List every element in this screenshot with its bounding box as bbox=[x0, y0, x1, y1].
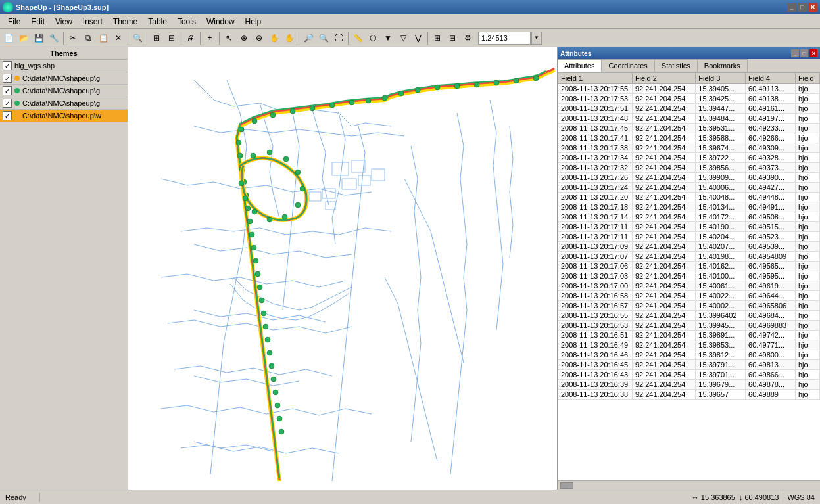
col-header-field2[interactable]: Field 2 bbox=[632, 73, 695, 84]
menu-tools[interactable]: Tools bbox=[172, 14, 201, 28]
theme-item-3[interactable]: ✓ C:\data\NMC\shapeup\g bbox=[0, 97, 128, 110]
menu-edit[interactable]: Edit bbox=[26, 14, 50, 28]
table-row[interactable]: 2008-11-13 20:17:0092.241.204.25415.4006… bbox=[558, 281, 820, 291]
col-header-field4[interactable]: Field 4 bbox=[746, 73, 796, 84]
theme-checkbox-1[interactable]: ✓ bbox=[3, 74, 12, 83]
menu-theme[interactable]: Theme bbox=[108, 14, 143, 28]
table-row[interactable]: 2008-11-13 20:16:5192.241.204.25415.3989… bbox=[558, 331, 820, 340]
table-row[interactable]: 2008-11-13 20:17:3292.241.204.25415.3985… bbox=[558, 163, 820, 173]
table-row[interactable]: 2008-11-13 20:16:4592.241.204.25415.3979… bbox=[558, 360, 820, 370]
open-button[interactable]: 📂 bbox=[16, 31, 31, 45]
menu-window[interactable]: Window bbox=[201, 14, 240, 28]
move-node-button[interactable]: ✋ bbox=[267, 31, 281, 45]
theme-item-blg[interactable]: ✓ blg_wgs.shp bbox=[0, 60, 128, 72]
print-button[interactable]: 🖨 bbox=[183, 31, 198, 45]
zoom-out-button[interactable]: 🔍 bbox=[316, 31, 331, 45]
table-row[interactable]: 2008-11-13 20:16:4692.241.204.25415.3981… bbox=[558, 350, 820, 360]
snap-button[interactable]: ⊞ bbox=[430, 31, 445, 45]
select-tool[interactable]: ↖ bbox=[222, 31, 236, 45]
find-button[interactable]: 🔍 bbox=[130, 31, 145, 45]
inner-maximize-button[interactable]: □ bbox=[800, 49, 808, 57]
pan-tool[interactable]: ✋ bbox=[282, 31, 297, 45]
table-row[interactable]: 2008-11-13 20:17:3492.241.204.25415.3972… bbox=[558, 153, 820, 163]
inner-close-button[interactable]: ✕ bbox=[809, 49, 817, 57]
table-row[interactable]: 2008-11-13 20:17:1492.241.204.25415.4017… bbox=[558, 212, 820, 222]
snap2-button[interactable]: ⊟ bbox=[445, 31, 460, 45]
theme-checkbox-blg[interactable]: ✓ bbox=[3, 61, 12, 70]
map-area[interactable]: + bbox=[128, 47, 557, 490]
remove-node-button[interactable]: ⊖ bbox=[252, 31, 266, 45]
tab-attributes[interactable]: Attributes bbox=[558, 59, 602, 72]
menu-table[interactable]: Table bbox=[143, 14, 172, 28]
col-header-field1[interactable]: Field 1 bbox=[558, 73, 633, 84]
table-row[interactable]: 2008-11-13 20:17:5592.241.204.25415.3940… bbox=[558, 84, 820, 94]
zoom-fit-button[interactable]: ⛶ bbox=[331, 31, 346, 45]
menu-file[interactable]: File bbox=[3, 14, 26, 28]
table-row[interactable]: 2008-11-13 20:17:3892.241.204.25415.3967… bbox=[558, 143, 820, 153]
theme-checkbox-4[interactable]: ✓ bbox=[3, 111, 12, 120]
theme-item-4[interactable]: ✓ C:\data\NMC\shapeup\w bbox=[0, 110, 128, 122]
table-row[interactable]: 2008-11-13 20:16:5792.241.204.25415.4000… bbox=[558, 301, 820, 311]
col-header-field3[interactable]: Field 3 bbox=[696, 73, 746, 84]
save-button[interactable]: 💾 bbox=[32, 31, 46, 45]
theme-checkbox-2[interactable]: ✓ bbox=[3, 86, 12, 95]
table-row[interactable]: 2008-11-13 20:17:4192.241.204.25415.3958… bbox=[558, 133, 820, 143]
table-row[interactable]: 2008-11-13 20:16:4992.241.204.25415.3985… bbox=[558, 340, 820, 350]
polygon-select-button[interactable]: ⬡ bbox=[366, 31, 380, 45]
zoom-in-box-button[interactable]: ⊞ bbox=[149, 31, 164, 45]
attr-table-wrap[interactable]: Field 1 Field 2 Field 3 Field 4 Field 20… bbox=[558, 72, 820, 480]
menu-insert[interactable]: Insert bbox=[78, 14, 108, 28]
settings-button[interactable]: ⚙ bbox=[460, 31, 475, 45]
table-row[interactable]: 2008-11-13 20:17:1192.241.204.25415.4019… bbox=[558, 222, 820, 232]
table-row[interactable]: 2008-11-13 20:16:3892.241.204.25415.3965… bbox=[558, 390, 820, 400]
copy-button[interactable]: ⧉ bbox=[81, 31, 95, 45]
delete-button[interactable]: ✕ bbox=[111, 31, 126, 45]
table-row[interactable]: 2008-11-13 20:16:5592.241.204.25415.3996… bbox=[558, 311, 820, 321]
filter-button[interactable]: ▼ bbox=[381, 31, 395, 45]
table-row[interactable]: 2008-11-13 20:17:2692.241.204.25415.3990… bbox=[558, 173, 820, 183]
menu-view[interactable]: View bbox=[50, 14, 78, 28]
scrollbar-thumb[interactable] bbox=[560, 482, 573, 489]
table-row[interactable]: 2008-11-13 20:17:1192.241.204.25415.4020… bbox=[558, 232, 820, 242]
maximize-button[interactable]: □ bbox=[798, 3, 807, 12]
table-row[interactable]: 2008-11-13 20:16:5392.241.204.25415.3994… bbox=[558, 321, 820, 331]
new-button[interactable]: 📄 bbox=[1, 31, 16, 45]
add-node-button[interactable]: ⊕ bbox=[237, 31, 251, 45]
cut-button[interactable]: ✂ bbox=[66, 31, 80, 45]
zoom-in-button[interactable]: 🔎 bbox=[301, 31, 316, 45]
table-row[interactable]: 2008-11-13 20:17:1892.241.204.25415.4013… bbox=[558, 202, 820, 212]
menu-help[interactable]: Help bbox=[240, 14, 267, 28]
tab-bookmarks[interactable]: Bookmarks bbox=[698, 59, 748, 72]
properties-button[interactable]: 🔧 bbox=[47, 31, 61, 45]
tab-coordinates[interactable]: Coordinates bbox=[602, 59, 654, 72]
table-row[interactable]: 2008-11-13 20:17:0692.241.204.25415.4016… bbox=[558, 262, 820, 271]
ruler-button[interactable]: 📏 bbox=[350, 31, 365, 45]
scale-input[interactable]: 1:24513 bbox=[478, 32, 531, 45]
filter2-button[interactable]: ▽ bbox=[396, 31, 410, 45]
filter3-button[interactable]: ⋁ bbox=[411, 31, 425, 45]
table-row[interactable]: 2008-11-13 20:17:4592.241.204.25415.3953… bbox=[558, 124, 820, 133]
table-row[interactable]: 2008-11-13 20:17:2492.241.204.25415.4000… bbox=[558, 183, 820, 193]
table-row[interactable]: 2008-11-13 20:17:5192.241.204.25415.3944… bbox=[558, 104, 820, 114]
table-row[interactable]: 2008-11-13 20:17:0792.241.204.25415.4019… bbox=[558, 252, 820, 262]
inner-minimize-button[interactable]: _ bbox=[791, 49, 799, 57]
minimize-button[interactable]: _ bbox=[787, 3, 796, 12]
col-header-field5[interactable]: Field bbox=[795, 73, 819, 84]
table-row[interactable]: 2008-11-13 20:17:5392.241.204.25415.3942… bbox=[558, 94, 820, 104]
horizontal-scrollbar[interactable] bbox=[558, 480, 820, 490]
table-row[interactable]: 2008-11-13 20:17:0392.241.204.25415.4010… bbox=[558, 271, 820, 281]
table-row[interactable]: 2008-11-13 20:17:0992.241.204.25415.4020… bbox=[558, 242, 820, 252]
table-row[interactable]: 2008-11-13 20:16:4392.241.204.25415.3970… bbox=[558, 370, 820, 380]
zoom-out-box-button[interactable]: ⊟ bbox=[164, 31, 179, 45]
table-row[interactable]: 2008-11-13 20:17:4892.241.204.25415.3948… bbox=[558, 114, 820, 124]
table-row[interactable]: 2008-11-13 20:16:5892.241.204.25415.4002… bbox=[558, 291, 820, 301]
table-row[interactable]: 2008-11-13 20:17:2092.241.204.25415.4004… bbox=[558, 193, 820, 202]
theme-item-2[interactable]: ✓ C:\data\NMC\shapeup\g bbox=[0, 85, 128, 97]
close-button[interactable]: ✕ bbox=[808, 3, 817, 12]
scale-dropdown[interactable]: ▼ bbox=[531, 32, 542, 45]
theme-checkbox-3[interactable]: ✓ bbox=[3, 99, 12, 108]
tab-statistics[interactable]: Statistics bbox=[655, 59, 698, 72]
add-point-button[interactable]: + bbox=[203, 31, 217, 45]
paste-button[interactable]: 📋 bbox=[96, 31, 110, 45]
theme-item-1[interactable]: ✓ C:\data\NMC\shapeup\g bbox=[0, 72, 128, 85]
